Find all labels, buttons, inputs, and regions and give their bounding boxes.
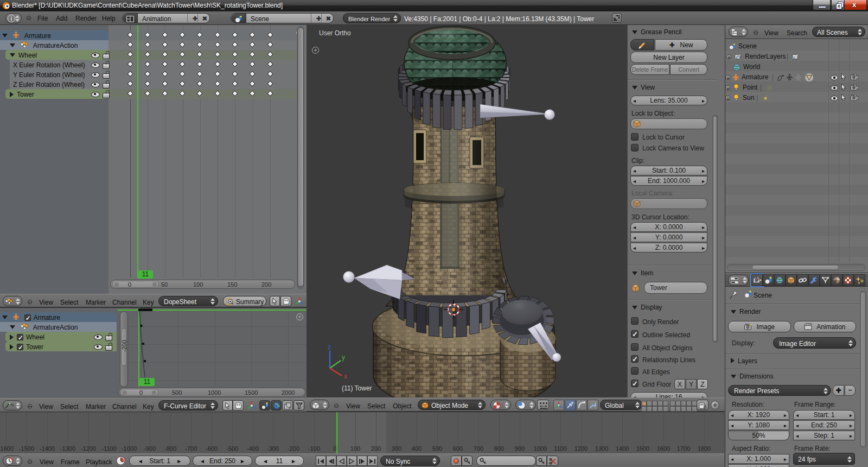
svg-text:x: x — [344, 373, 347, 379]
svg-text:z: z — [328, 344, 331, 351]
svg-text:y: y — [342, 354, 345, 361]
